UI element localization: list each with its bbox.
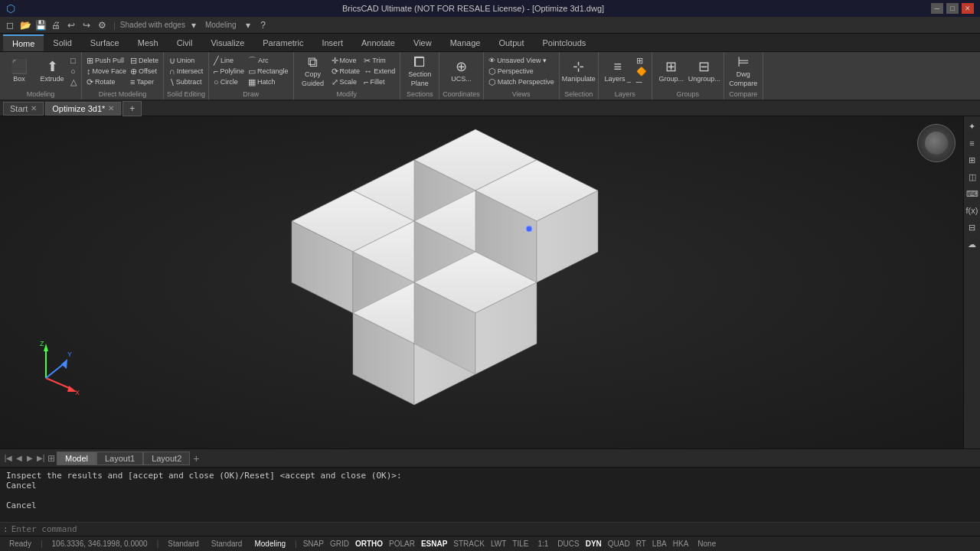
tab-pointclouds[interactable]: Pointclouds [533, 34, 595, 51]
command-input[interactable] [11, 524, 977, 534]
mod-scale-btn[interactable]: ⤢ Scale [330, 77, 362, 87]
perspective-btn[interactable]: ⬡ Perspective [487, 67, 556, 77]
dm-btn-6[interactable]: ≡ Taper [129, 77, 160, 87]
draw-arc-btn[interactable]: ⌒ Arc [247, 56, 290, 66]
qa-undo-button[interactable]: ↩ [64, 18, 78, 32]
rp-icon-7[interactable]: ⊟ [965, 220, 979, 234]
group-button[interactable]: ⊞Group... [655, 54, 688, 88]
tab-insert[interactable]: Insert [312, 34, 352, 51]
ducs-toggle[interactable]: DUCS [557, 540, 579, 548]
qa-open-button[interactable]: 📂 [18, 18, 32, 32]
help-button[interactable]: ? [256, 18, 270, 32]
rt-toggle[interactable]: RT [636, 540, 646, 548]
qa-settings-button[interactable]: ⚙ [95, 18, 109, 32]
tab-output[interactable]: Output [489, 34, 533, 51]
se-btn-3[interactable]: ∖ Subtract [168, 77, 204, 87]
mod-rotate-btn[interactable]: ⟳ Rotate [330, 67, 362, 77]
qa-redo-button[interactable]: ↪ [80, 18, 93, 32]
tab-view[interactable]: View [404, 34, 441, 51]
rp-icon-5[interactable]: ⌨ [965, 187, 979, 201]
hka-toggle[interactable]: HKA [673, 540, 689, 548]
rp-icon-2[interactable]: ≡ [965, 136, 979, 150]
dm-btn-3[interactable]: ⟳ Rotate [85, 77, 128, 87]
ucs-button[interactable]: ⊕UCS... [445, 54, 477, 88]
quad-toggle[interactable]: QUAD [608, 540, 630, 548]
add-layout-button[interactable]: + [190, 452, 202, 465]
draw-rect-btn[interactable]: ▭ Rectangle [247, 67, 290, 77]
tab-surface[interactable]: Surface [81, 34, 129, 51]
match-perspective-btn[interactable]: ⬡ Match Perspective [487, 77, 556, 87]
rp-icon-4[interactable]: ◫ [965, 170, 979, 184]
rp-icon-1[interactable]: ✦ [965, 119, 979, 133]
dwg-compare-button[interactable]: ⊨DwgCompare [727, 54, 760, 88]
ortho-toggle[interactable]: ORTHO [355, 540, 383, 548]
snap-toggle[interactable]: SNAP [303, 540, 324, 548]
layout-tab-layout2[interactable]: Layout2 [143, 452, 190, 465]
viewport[interactable]: Z X Y [0, 116, 963, 448]
extrude-button[interactable]: ⬆Extrude [36, 54, 68, 88]
maximize-button[interactable]: □ [946, 3, 959, 14]
close-button[interactable]: ✕ [962, 3, 974, 14]
tab-visualize[interactable]: Visualize [201, 34, 253, 51]
rb-small-1[interactable]: □ [69, 56, 78, 66]
dm-btn-2[interactable]: ↕ Move Face [85, 67, 128, 77]
close-start-tab[interactable]: ✕ [31, 104, 37, 112]
draw-polyline-btn[interactable]: ⌐ Polyline [212, 67, 246, 77]
qa-save-button[interactable]: 💾 [34, 18, 47, 32]
layer-color-btn[interactable]: 🔶 [635, 67, 648, 77]
copy-guided-button[interactable]: ⧉CopyGuided [297, 54, 329, 88]
workspace-dropdown-button[interactable]: ▾ [241, 18, 255, 32]
layers-button[interactable]: ≡Layers _ [602, 54, 634, 88]
nav-left-1[interactable]: |◀ [3, 453, 14, 464]
qa-new-button[interactable]: ◻ [3, 18, 17, 32]
mod-move-btn[interactable]: ✛ Move [330, 56, 362, 66]
se-btn-1[interactable]: ∪ Union [168, 56, 204, 66]
rb-small-2[interactable]: ○ [69, 67, 78, 77]
manipulate-button[interactable]: ⊹Manipulate [563, 54, 595, 88]
dm-btn-5[interactable]: ⊕ Offset [129, 67, 160, 77]
tile-toggle[interactable]: TILE [512, 540, 528, 548]
tab-mesh[interactable]: Mesh [129, 34, 168, 51]
draw-hatch-btn[interactable]: ▦ Hatch [247, 77, 290, 87]
rp-icon-6[interactable]: f(x) [965, 204, 979, 217]
minimize-button[interactable]: ─ [931, 3, 943, 14]
nav-left-2[interactable]: ◀ [14, 453, 24, 464]
shading-dropdown-button[interactable]: ▾ [187, 18, 201, 32]
mod-trim-btn[interactable]: ✂ Trim [362, 56, 397, 66]
ungroup-button[interactable]: ⊟Ungroup... [688, 54, 720, 88]
section-plane-button[interactable]: ⧠SectionPlane [403, 54, 436, 88]
rp-icon-8[interactable]: ☁ [965, 237, 979, 251]
layer-props-btn[interactable]: ⊞ [635, 56, 648, 66]
se-btn-2[interactable]: ∩ Intersect [168, 67, 204, 77]
tab-home[interactable]: Home [3, 34, 44, 51]
grid-toggle[interactable]: GRID [330, 540, 349, 548]
rb-small-3[interactable]: △ [69, 77, 78, 87]
box-button[interactable]: ⬛Box [3, 54, 35, 88]
mod-fillet-btn[interactable]: ⌐ Fillet [362, 77, 397, 87]
tab-annotate[interactable]: Annotate [352, 34, 404, 51]
tab-parametric[interactable]: Parametric [253, 34, 312, 51]
lwt-toggle[interactable]: LWT [491, 540, 506, 548]
rp-icon-3[interactable]: ⊞ [965, 153, 979, 167]
polar-toggle[interactable]: POLAR [389, 540, 415, 548]
dm-btn-1[interactable]: ⊞ Push Pull [85, 56, 128, 66]
doc-tab-active[interactable]: Optimize 3d1* ✕ [45, 102, 121, 116]
close-active-tab[interactable]: ✕ [108, 104, 114, 112]
dyn-toggle[interactable]: DYN [586, 540, 602, 548]
mod-extend-btn[interactable]: ↔ Extend [362, 67, 397, 77]
tab-civil[interactable]: Civil [168, 34, 202, 51]
strack-toggle[interactable]: STRACK [453, 540, 485, 548]
command-input-row[interactable]: : [0, 522, 980, 536]
layout-tab-model[interactable]: Model [57, 452, 96, 465]
unsaved-view-btn[interactable]: 👁 Unsaved View ▾ [487, 56, 556, 66]
nav-right-1[interactable]: ▶ [24, 453, 35, 464]
nav-plus[interactable]: ⊞ [46, 453, 57, 464]
layer-linetype-btn[interactable]: ─ [635, 77, 648, 87]
doc-tab-add[interactable]: + [122, 101, 142, 116]
dm-btn-4[interactable]: ⊟ Delete [129, 56, 160, 66]
lba-toggle[interactable]: LBA [652, 540, 667, 548]
doc-tab-start[interactable]: Start ✕ [3, 102, 44, 116]
draw-circle-btn[interactable]: ○ Circle [212, 77, 246, 87]
nav-right-2[interactable]: ▶| [35, 453, 46, 464]
layout-tab-layout1[interactable]: Layout1 [96, 452, 143, 465]
